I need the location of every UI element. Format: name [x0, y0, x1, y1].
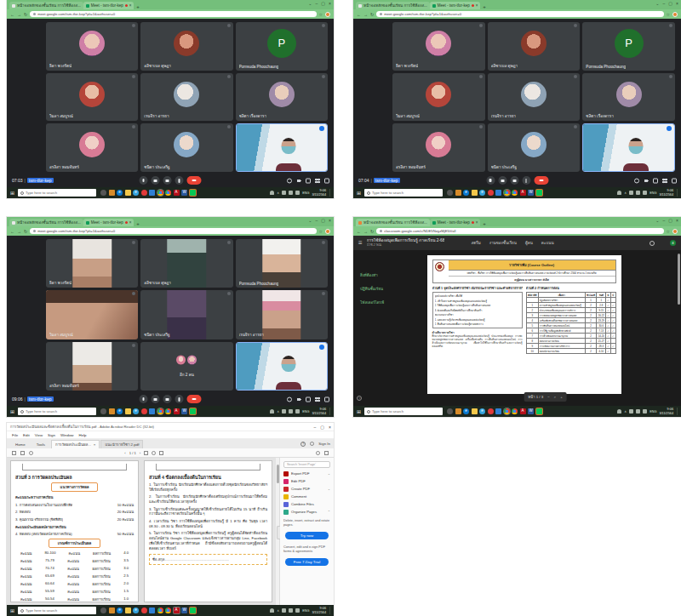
network-icon[interactable]	[289, 409, 293, 414]
taskbar-clock[interactable]: 9:063/11/2564	[659, 189, 673, 197]
chrome-profile-icon[interactable]	[512, 190, 518, 196]
file-explorer-icon[interactable]	[125, 190, 131, 196]
participant-tile[interactable]: เรนจิรา อารยา	[236, 290, 328, 339]
bookmark-star-icon[interactable]: ☆	[667, 12, 670, 17]
close-button[interactable]: ×	[329, 425, 331, 430]
meeting-code[interactable]: tsm-tfor-kep	[27, 178, 54, 183]
battery-icon[interactable]	[282, 191, 286, 195]
reload-icon[interactable]: ↻	[24, 229, 27, 234]
tool-item[interactable]: Comment	[283, 493, 330, 500]
doc-tab-active[interactable]: การวัดผลประเมินผล...×	[51, 440, 100, 448]
participant-tile[interactable]: เรนจิรา อารยา	[140, 73, 232, 122]
profile-chevron[interactable]: ⌄	[308, 218, 312, 223]
forward-icon[interactable]: →	[17, 12, 21, 17]
edge-icon[interactable]: e	[117, 190, 123, 196]
camera-button[interactable]	[152, 176, 160, 185]
participant-tile[interactable]: วิมลา สมบูรณ์	[392, 73, 485, 122]
participants-icon[interactable]	[296, 396, 301, 402]
minimize-button[interactable]: –	[316, 218, 318, 223]
save-icon[interactable]	[12, 451, 16, 455]
reload-icon[interactable]: ↻	[24, 12, 27, 17]
chrome-profile-icon[interactable]	[512, 408, 518, 414]
participant-tile[interactable]: อลิชาเบล ดุษฎา	[140, 22, 232, 71]
self-view-tile[interactable]	[236, 123, 328, 172]
print-icon[interactable]	[20, 451, 25, 455]
sign-in-link[interactable]: Sign In	[318, 442, 330, 446]
send-icon[interactable]	[324, 451, 329, 455]
close-tab-icon[interactable]: ×	[94, 442, 96, 447]
end-call-button[interactable]	[187, 395, 202, 403]
chrome-icon[interactable]	[157, 408, 163, 414]
reload-icon[interactable]: ↻	[370, 229, 374, 234]
cortana-icon[interactable]	[100, 607, 106, 613]
back-icon[interactable]: ←	[10, 229, 14, 234]
profile-chevron[interactable]: ⌄	[655, 218, 659, 223]
back-icon[interactable]: ←	[357, 229, 361, 234]
maximize-button[interactable]: ▢	[320, 425, 324, 430]
menu-item[interactable]: Window	[60, 433, 74, 437]
chrome-profile-icon[interactable]	[165, 190, 171, 196]
notification-sliver[interactable]	[329, 189, 332, 197]
url-field[interactable]: classroom.google.com/c/NDE5NzgzMjE5/t/al…	[376, 228, 663, 234]
new-tab-button[interactable]: +	[136, 221, 140, 226]
edge-icon[interactable]: e	[463, 190, 469, 196]
next-page-icon[interactable]: ›	[140, 451, 140, 455]
close-button[interactable]: ×	[676, 218, 678, 223]
battery-icon[interactable]	[629, 409, 633, 414]
help-icon[interactable]: ?	[357, 396, 362, 401]
tools-search-input[interactable]: Search 'Insert Page'	[283, 461, 330, 468]
try-now-button[interactable]: Try now	[285, 532, 329, 539]
menu-item[interactable]: View	[35, 433, 43, 437]
store-icon[interactable]	[109, 190, 115, 196]
chrome-icon[interactable]	[504, 190, 510, 196]
activities-icon[interactable]	[315, 396, 320, 402]
opera-icon[interactable]	[488, 408, 494, 414]
participant-tile[interactable]: เรนจิรา อารยา	[488, 73, 581, 122]
battery-icon[interactable]	[629, 191, 633, 195]
file-explorer-icon[interactable]	[472, 190, 478, 196]
participant-tile[interactable]: อรลิสา หอมจันทร์	[392, 123, 485, 172]
free-trial-button[interactable]: Free 7-Day Trial	[285, 558, 329, 566]
opera-icon[interactable]	[141, 190, 147, 196]
acrobat-icon[interactable]: A	[520, 408, 526, 414]
close-tab-icon[interactable]: ×	[129, 220, 132, 225]
forward-icon[interactable]: →	[363, 229, 368, 234]
maximize-button[interactable]: ▢	[321, 218, 325, 223]
minimize-button[interactable]: –	[314, 425, 317, 430]
sidebar-item[interactable]: โฟลเดอร์ไดรฟ์	[360, 299, 409, 305]
captions-button[interactable]	[510, 176, 518, 185]
participant-tile[interactable]: วิมลา สมบูรณ์	[46, 290, 138, 339]
word-icon[interactable]: W	[528, 408, 534, 414]
word-icon[interactable]: W	[528, 190, 534, 196]
minimize-button[interactable]: –	[316, 1, 318, 6]
line-icon[interactable]	[190, 607, 196, 613]
word-icon[interactable]: W	[181, 190, 187, 196]
opera-icon[interactable]	[141, 607, 147, 613]
acrobat-icon[interactable]: A	[174, 408, 180, 414]
language-indicator[interactable]: ENG	[302, 191, 309, 195]
minimize-button[interactable]: –	[663, 1, 666, 6]
tab-meet[interactable]: Meet - tsm-tfor-kep×	[430, 2, 481, 9]
chrome-icon[interactable]	[157, 190, 163, 196]
url-field[interactable]: meet.google.com/tsm-tfor-kep?pli=1&authu…	[30, 228, 316, 234]
profile-chevron[interactable]: ⌄	[655, 1, 659, 6]
share-icon[interactable]	[316, 451, 320, 455]
host-controls-icon[interactable]	[324, 179, 329, 184]
store-icon[interactable]	[109, 408, 115, 414]
participant-tile[interactable]: ชนิดา ประเสริฐ	[488, 123, 581, 172]
language-indicator[interactable]: ENG	[302, 410, 309, 414]
edge-icon[interactable]: e	[117, 607, 123, 613]
store-icon[interactable]	[455, 190, 461, 196]
store-icon[interactable]	[109, 607, 115, 613]
maximize-button[interactable]: ▢	[668, 1, 672, 6]
tab-classroom[interactable]: หน้าจอหลักของชั้นเรียน การใช้ห้องส...	[356, 219, 430, 226]
participant-tile[interactable]: Pornsuda Phoochaung	[236, 239, 328, 288]
tab-tools[interactable]: Tools	[31, 440, 50, 448]
cortana-icon[interactable]	[100, 408, 106, 414]
chat-icon[interactable]	[653, 178, 658, 183]
back-icon[interactable]: ←	[10, 12, 14, 17]
tab-classroom[interactable]: หน้าจอหลักของชั้นเรียน การใช้ห้องส...	[9, 219, 83, 226]
host-controls-icon[interactable]	[672, 179, 677, 184]
word-icon[interactable]: W	[181, 408, 187, 414]
tool-item[interactable]: Edit PDF	[283, 477, 330, 485]
